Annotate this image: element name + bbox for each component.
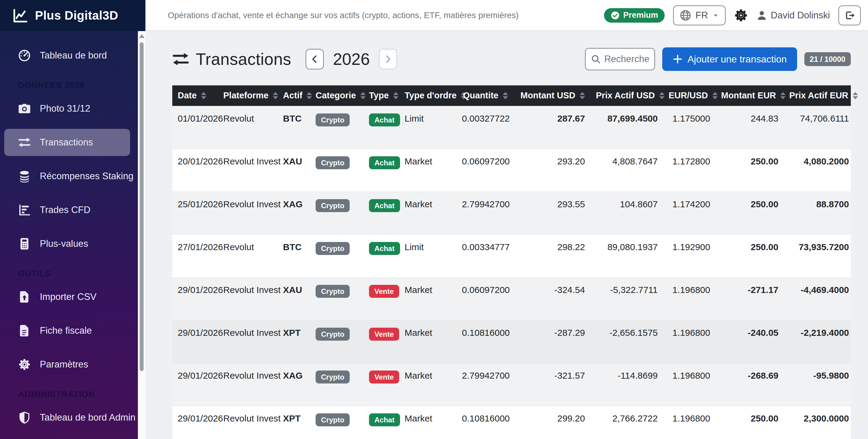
- column-label: Type d'ordre: [405, 91, 457, 100]
- sidebar-item-label: Importer CSV: [40, 291, 97, 302]
- cell-category: Crypto: [310, 320, 364, 363]
- sidebar-scrollbar-thumb[interactable]: [140, 42, 144, 371]
- sidebar-section-label: ADMINISTRATION: [0, 389, 138, 400]
- column-header-montant-usd[interactable]: Montant USD: [514, 85, 590, 106]
- cell-platform: Revolut Invest: [218, 149, 278, 192]
- sidebar-item-transactions[interactable]: Transactions: [4, 129, 130, 156]
- table-row[interactable]: 01/01/2026RevolutBTCCryptoAchatLimit0.00…: [172, 106, 851, 149]
- cell-amount-usd: 299.20: [514, 406, 590, 439]
- column-header-prix-actif-usd[interactable]: Prix Actif USD: [590, 85, 663, 106]
- cell-category: Crypto: [310, 363, 364, 406]
- cell-price-usd: 104.8607: [590, 192, 663, 234]
- cell-amount-eur: 250.00: [716, 149, 784, 192]
- column-header-actif[interactable]: Actif: [278, 85, 310, 106]
- sort-arrows-icon: [712, 92, 718, 99]
- column-label: Plateforme: [223, 91, 269, 100]
- sort-arrows-icon: [780, 92, 786, 99]
- column-header-date[interactable]: Date: [172, 85, 218, 106]
- app-window: Plus Digital3D Tableau de bordDONNÉES 20…: [0, 0, 868, 439]
- sort-arrows-icon: [503, 92, 508, 99]
- cell-amount-eur: 244.83: [716, 106, 784, 149]
- cell-price-eur: 73,935.7200: [784, 234, 851, 277]
- sidebar-item-param-tres[interactable]: Paramètres: [4, 351, 130, 378]
- column-label: Type: [369, 91, 389, 100]
- cell-price-eur: 74,706.6111: [784, 106, 851, 149]
- gear-icon: [18, 358, 31, 371]
- check-circle-icon: [611, 11, 620, 20]
- cell-quantity: 0.10816000: [457, 320, 514, 363]
- shield-icon: [18, 411, 31, 424]
- bar-chart-icon: [18, 203, 31, 216]
- premium-badge: Premium: [604, 8, 665, 23]
- cell-price-usd: -114.8699: [590, 363, 663, 406]
- cell-eur-usd: 1.196800: [663, 320, 716, 363]
- cell-date: 01/01/2026: [172, 106, 218, 149]
- sidebar-item-r-compenses-staking[interactable]: Récompenses Staking: [4, 163, 130, 190]
- column-header-eur-usd[interactable]: EUR/USD: [663, 85, 716, 106]
- sort-arrows-icon: [393, 92, 399, 99]
- table-row[interactable]: 25/01/2026Revolut InvestXAGCryptoAchatMa…: [172, 192, 851, 234]
- column-header-prix-actif-eur[interactable]: Prix Actif EUR: [784, 85, 851, 106]
- cell-type: Vente: [364, 320, 399, 363]
- sidebar-item-fiche-fiscale[interactable]: Fiche fiscale: [4, 317, 130, 344]
- cell-order-type: Market: [399, 320, 457, 363]
- next-year-button[interactable]: [379, 49, 397, 69]
- logout-button[interactable]: [838, 5, 861, 25]
- user-menu[interactable]: David Dolinski: [756, 10, 830, 21]
- topbar: Opérations d'achat, vente et échange sur…: [146, 0, 868, 31]
- settings-gear-icon[interactable]: [734, 8, 748, 22]
- sort-arrows-icon: [360, 92, 366, 99]
- category-badge: Crypto: [316, 199, 350, 212]
- cell-type: Achat: [364, 406, 399, 439]
- cell-date: 29/01/2026: [172, 277, 218, 320]
- cell-platform: Revolut Invest: [218, 277, 278, 320]
- column-header-quantite[interactable]: Quantite: [457, 85, 514, 106]
- table-row[interactable]: 27/01/2026RevolutBTCCryptoAchatLimit0.00…: [172, 234, 851, 277]
- cell-type: Vente: [364, 277, 399, 320]
- brand-logo[interactable]: Plus Digital3D: [0, 0, 146, 31]
- previous-year-button[interactable]: [306, 49, 324, 69]
- column-header-type-d-ordre[interactable]: Type d'ordre: [399, 85, 457, 106]
- column-header-type[interactable]: Type: [364, 85, 399, 106]
- column-label: Date: [178, 91, 197, 100]
- sidebar-item-plus-values[interactable]: Plus-values: [4, 230, 130, 257]
- cell-asset: XAU: [278, 149, 310, 192]
- cell-asset: BTC: [278, 234, 310, 277]
- transactions-title-icon: [172, 51, 189, 68]
- sidebar-scrollbar[interactable]: [138, 31, 146, 439]
- cell-category: Crypto: [310, 106, 364, 149]
- add-transaction-button[interactable]: Ajouter une transaction: [662, 48, 797, 71]
- sidebar-item-tableau-de-bord[interactable]: Tableau de bord: [4, 42, 130, 69]
- category-badge: Crypto: [316, 285, 350, 298]
- column-header-categorie[interactable]: Categorie: [310, 85, 364, 106]
- column-label: Montant USD: [521, 91, 575, 100]
- sidebar-item-tableau-de-bord-admin[interactable]: Tableau de bord Admin: [4, 404, 130, 431]
- cell-amount-eur: -268.69: [716, 363, 784, 406]
- sort-arrows-icon: [307, 92, 312, 99]
- table-row[interactable]: 29/01/2026Revolut InvestXAGCryptoVenteMa…: [172, 363, 851, 406]
- logout-icon: [844, 10, 855, 21]
- column-header-plateforme[interactable]: Plateforme: [218, 85, 278, 106]
- column-header-montant-eur[interactable]: Montant EUR: [716, 85, 784, 106]
- camera-icon: [18, 102, 31, 115]
- cell-amount-usd: -324.54: [514, 277, 590, 320]
- language-selector[interactable]: FR: [673, 5, 725, 25]
- search-icon: [591, 54, 601, 64]
- transaction-type-badge: Achat: [369, 156, 400, 169]
- table-row[interactable]: 29/01/2026Revolut InvestXAUCryptoVenteMa…: [172, 277, 851, 320]
- sidebar: Plus Digital3D Tableau de bordDONNÉES 20…: [0, 0, 146, 439]
- table-actions: Ajouter une transaction 21 / 10000: [585, 48, 851, 71]
- cell-type: Vente: [364, 363, 399, 406]
- search-input[interactable]: [604, 54, 649, 65]
- sidebar-item-trades-cfd[interactable]: Trades CFD: [4, 196, 130, 224]
- scrollbar-up-arrow-icon[interactable]: [139, 34, 145, 38]
- table-row[interactable]: 29/01/2026Revolut InvestXPTCryptoVenteMa…: [172, 320, 851, 363]
- sort-arrows-icon: [852, 92, 858, 99]
- category-badge: Crypto: [316, 156, 350, 169]
- table-row[interactable]: 29/01/2026Revolut InvestXPTCryptoAchatMa…: [172, 406, 851, 439]
- sidebar-item-importer-csv[interactable]: Importer CSV: [4, 283, 130, 311]
- sidebar-item-photo-31-12[interactable]: Photo 31/12: [4, 95, 130, 122]
- table-row[interactable]: 20/01/2026Revolut InvestXAUCryptoAchatMa…: [172, 149, 851, 192]
- sort-arrows-icon: [580, 92, 585, 99]
- plus-icon: [673, 54, 683, 64]
